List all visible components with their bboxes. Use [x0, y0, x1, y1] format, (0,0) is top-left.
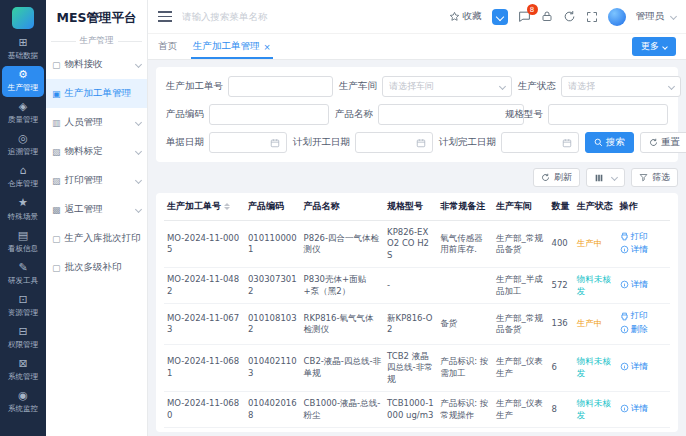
rail-item-研发工具[interactable]: ✎研发工具 [2, 259, 44, 290]
sort-icon[interactable] [224, 203, 230, 210]
cell-workshop: 生产部_半成品加工 [493, 268, 549, 304]
lock-icon[interactable] [541, 10, 553, 23]
cell-code: 0303073012 [245, 268, 301, 304]
theme-switch-icon[interactable] [492, 9, 508, 25]
cell-remark: 备货 [437, 304, 493, 344]
rail-item-追溯管理[interactable]: ◎追溯管理 [2, 130, 44, 161]
chevron-down-icon [135, 206, 142, 213]
filter-plan-start: 计划开工日期 [293, 132, 433, 153]
cell-status: 物料未核发 [574, 268, 617, 304]
tab-生产加工单管理[interactable]: 生产加工单管理× [193, 34, 271, 59]
menu-item-label: 批次多级补印 [65, 261, 122, 274]
cell-actions: 打印详情 [617, 221, 670, 268]
action-删除[interactable]: 删除 [620, 324, 648, 335]
column-header-生产加工单号[interactable]: 生产加工单号 [164, 193, 245, 221]
cell-status: 生产中 [574, 221, 617, 268]
cell-status: 生产中 [574, 304, 617, 344]
message-button[interactable]: 8 [518, 10, 531, 23]
rail-item-基础数据[interactable]: ⊞基础数据 [2, 34, 44, 65]
app-logo[interactable] [12, 7, 34, 29]
rail-item-质量管理[interactable]: ◈质量管理 [2, 98, 44, 129]
menu-item-打印管理[interactable]: ▨打印管理 [46, 166, 147, 195]
doc-date-input[interactable] [209, 132, 287, 153]
chevron-down-icon [662, 44, 668, 50]
cell-code: 0101081032 [245, 304, 301, 344]
rail-item-label: 资源管理 [8, 307, 38, 317]
rail-item-资源管理[interactable]: ⊡资源管理 [2, 291, 44, 322]
action-label: 打印 [631, 231, 648, 242]
favorite-button[interactable]: 收藏 [449, 10, 482, 23]
plan-start-date-input[interactable] [355, 132, 433, 153]
menu-item-物料标定[interactable]: ▧物料标定 [46, 137, 147, 166]
hamburger-menu-icon[interactable] [158, 11, 172, 22]
menu-item-物料接收[interactable]: ▢物料接收 [46, 50, 147, 79]
rail-item-生产管理[interactable]: ⚙生产管理 [2, 66, 44, 97]
tabs-host: 首页生产加工单管理× [158, 34, 271, 59]
action-详情[interactable]: 详情 [620, 361, 648, 372]
menu-item-icon: ▣ [52, 89, 61, 99]
secondary-sidebar: MES管理平台 生产管理 ▢物料接收▣生产加工单管理▥人员管理▧物料标定▨打印管… [46, 0, 148, 436]
rail-item-权限管理[interactable]: ⊟权限管理 [2, 323, 44, 354]
cell-actions: 详情 [617, 392, 670, 428]
menu-item-返工管理[interactable]: ▩返工管理 [46, 195, 147, 224]
cell-remark: 氧气传感器 用前库存. [437, 221, 493, 268]
cell-code: 0104020168 [245, 392, 301, 428]
tab-首页[interactable]: 首页 [158, 34, 177, 59]
rail-item-仓库管理[interactable]: ⌂仓库管理 [2, 162, 44, 193]
column-header-生产状态: 生产状态 [574, 193, 617, 221]
table-row: MO-2024-11-00050101100001P826-四合一气体检测仪KP… [164, 221, 670, 268]
menu-item-label: 物料标定 [65, 145, 103, 158]
menu-item-生产加工单管理[interactable]: ▣生产加工单管理 [46, 79, 147, 108]
user-avatar[interactable] [608, 8, 626, 26]
action-详情[interactable]: 详情 [620, 279, 648, 290]
menu-search-input[interactable] [182, 11, 322, 22]
menu-item-人员管理[interactable]: ▥人员管理 [46, 108, 147, 137]
cell-actions: 打印删除 [617, 304, 670, 344]
menu-item-label: 打印管理 [65, 174, 103, 187]
primary-sidebar: ⊞基础数据⚙生产管理◈质量管理◎追溯管理⌂仓库管理★特殊场景▤看板信息✎研发工具… [0, 0, 46, 436]
rail-item-系统监控[interactable]: ◉系统监控 [2, 387, 44, 418]
rail-item-看板信息[interactable]: ▤看板信息 [2, 227, 44, 258]
rnd-tools-icon: ✎ [18, 262, 27, 274]
product-name-input[interactable] [378, 104, 524, 125]
page-content: 生产加工单号 生产车间 请选择车间 生产状态 请选择 [148, 60, 686, 436]
plan-finish-date-input[interactable] [501, 132, 579, 153]
column-header-非常规备注: 非常规备注 [437, 193, 493, 221]
workshop-select[interactable]: 请选择车间 [382, 76, 512, 97]
column-settings-button[interactable] [586, 168, 625, 187]
chevron-down-icon [135, 148, 142, 155]
fullscreen-icon[interactable] [586, 11, 598, 23]
cell-qty: 136 [549, 304, 574, 344]
table-row: MO-2024-11-06810104021103CB2-液晶-四总线-非单规T… [164, 344, 670, 391]
filter-list-button[interactable]: 筛选 [631, 168, 678, 187]
more-tabs-button[interactable]: 更多 [632, 37, 676, 56]
search-button[interactable]: 搜索 [585, 132, 634, 153]
status-select[interactable]: 请选择 [561, 76, 681, 97]
reset-button[interactable]: 重置 [640, 132, 686, 153]
action-打印[interactable]: 打印 [620, 310, 648, 321]
refresh-icon[interactable] [563, 10, 576, 23]
cell-name: P826-四合一气体检测仪 [301, 221, 384, 268]
user-menu[interactable]: 管理员 [636, 10, 677, 23]
menu-item-生产入库批次打印[interactable]: ▢生产入库批次打印 [46, 224, 147, 253]
rail-item-特殊场景[interactable]: ★特殊场景 [2, 194, 44, 225]
warehouse-icon: ⌂ [20, 165, 27, 177]
cell-spec: 新KP816-O2 [384, 304, 437, 344]
monitor-icon: ◉ [18, 390, 28, 402]
chevron-down-icon [668, 83, 675, 90]
rail-item-系统管理[interactable]: ⊠系统管理 [2, 355, 44, 386]
status-badge: 物料未核发 [577, 398, 611, 419]
tab-label: 生产加工单管理 [193, 40, 260, 53]
product-code-input[interactable] [209, 104, 329, 125]
chevron-down-icon [499, 83, 506, 90]
order-no-input[interactable] [228, 76, 333, 97]
topbar: 收藏 8 管理员 [148, 0, 686, 34]
cell-workshop: 生产部_常规品备货 [493, 304, 549, 344]
spec-input[interactable] [548, 104, 668, 125]
close-tab-icon[interactable]: × [264, 42, 271, 52]
action-详情[interactable]: 详情 [620, 403, 648, 414]
menu-item-批次多级补印[interactable]: ▢批次多级补印 [46, 253, 147, 282]
refresh-list-button[interactable]: 刷新 [533, 168, 580, 187]
action-打印[interactable]: 打印 [620, 231, 648, 242]
action-详情[interactable]: 详情 [620, 244, 648, 255]
